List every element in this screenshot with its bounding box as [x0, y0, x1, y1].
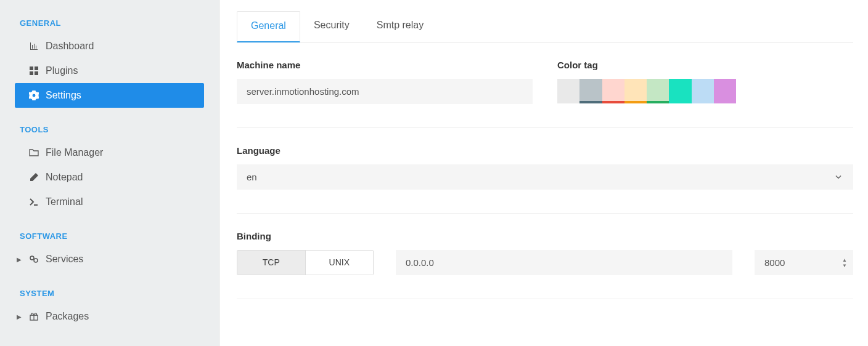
grid-icon — [28, 66, 39, 76]
tabs: General Security Smtp relay — [237, 11, 853, 42]
nav-section-system: SYSTEM — [5, 284, 214, 304]
sidebar-item-packages[interactable]: ▶ Packages — [15, 304, 204, 329]
color-swatch-1[interactable] — [579, 79, 602, 103]
svg-rect-3 — [35, 71, 38, 75]
color-swatch-0[interactable] — [557, 79, 579, 103]
terminal-icon — [28, 197, 39, 207]
language-select-wrap: en — [237, 164, 853, 190]
chart-icon — [28, 41, 39, 51]
sidebar-item-label: File Manager — [46, 147, 103, 158]
sidebar-item-label: Terminal — [46, 196, 83, 207]
svg-rect-1 — [35, 66, 38, 70]
nav-section-software: SOFTWARE — [5, 227, 214, 247]
color-tag-field: Color tag — [557, 60, 853, 104]
tab-smtp[interactable]: Smtp relay — [363, 11, 437, 42]
number-spinner[interactable]: ▲ ▼ — [842, 257, 847, 268]
svg-rect-2 — [30, 71, 33, 75]
svg-point-4 — [30, 256, 34, 260]
tab-general[interactable]: General — [237, 11, 300, 42]
color-swatches — [557, 79, 736, 103]
sidebar-item-services[interactable]: ▶ Services — [15, 247, 204, 272]
color-swatch-7[interactable] — [714, 79, 736, 103]
binding-port-wrap: ▲ ▼ — [755, 250, 853, 275]
binding-label: Binding — [237, 231, 853, 241]
language-label: Language — [237, 145, 853, 156]
sidebar-item-label: Services — [46, 254, 83, 265]
binding-mode-toggle: TCP UNIX — [237, 250, 374, 275]
sidebar-item-label: Notepad — [46, 172, 83, 183]
binding-mode-unix[interactable]: UNIX — [305, 251, 374, 275]
nav-section-tools: TOOLS — [5, 120, 214, 140]
color-swatch-3[interactable] — [624, 79, 647, 103]
sidebar-item-label: Dashboard — [46, 41, 94, 52]
machine-name-field: Machine name — [237, 60, 533, 104]
sidebar-item-file-manager[interactable]: File Manager — [15, 140, 204, 165]
sidebar: GENERAL Dashboard Plugins Settings TOOLS… — [0, 0, 219, 346]
language-select[interactable]: en — [237, 164, 853, 190]
color-tag-label: Color tag — [557, 60, 853, 70]
sidebar-item-label: Plugins — [46, 65, 78, 76]
gears-icon — [28, 254, 39, 264]
spinner-up-icon[interactable]: ▲ — [842, 257, 847, 262]
color-swatch-5[interactable] — [669, 79, 691, 103]
machine-name-label: Machine name — [237, 60, 533, 70]
sidebar-item-label: Settings — [46, 90, 81, 101]
spinner-down-icon[interactable]: ▼ — [842, 263, 847, 268]
caret-right-icon: ▶ — [17, 256, 22, 263]
color-swatch-4[interactable] — [647, 79, 669, 103]
sidebar-item-settings[interactable]: Settings — [15, 83, 204, 108]
machine-name-input[interactable] — [237, 79, 533, 104]
svg-point-5 — [34, 259, 38, 262]
color-swatch-6[interactable] — [692, 79, 714, 103]
nav-section-general: GENERAL — [5, 14, 214, 34]
tab-security[interactable]: Security — [300, 11, 363, 42]
sidebar-item-notepad[interactable]: Notepad — [15, 165, 204, 190]
caret-right-icon: ▶ — [17, 313, 22, 320]
pencil-icon — [28, 172, 39, 182]
svg-rect-0 — [30, 66, 33, 70]
folder-icon — [28, 148, 39, 158]
sidebar-item-label: Packages — [46, 311, 89, 322]
sidebar-item-plugins[interactable]: Plugins — [15, 58, 204, 83]
sidebar-item-dashboard[interactable]: Dashboard — [15, 34, 204, 58]
main-content: General Security Smtp relay Machine name… — [219, 0, 868, 346]
binding-port-input[interactable] — [755, 250, 853, 275]
sidebar-item-terminal[interactable]: Terminal — [15, 190, 204, 214]
binding-mode-tcp[interactable]: TCP — [237, 251, 305, 275]
gift-icon — [28, 312, 39, 321]
gear-icon — [28, 91, 39, 100]
binding-host-input[interactable] — [396, 250, 732, 275]
color-swatch-2[interactable] — [602, 79, 624, 103]
